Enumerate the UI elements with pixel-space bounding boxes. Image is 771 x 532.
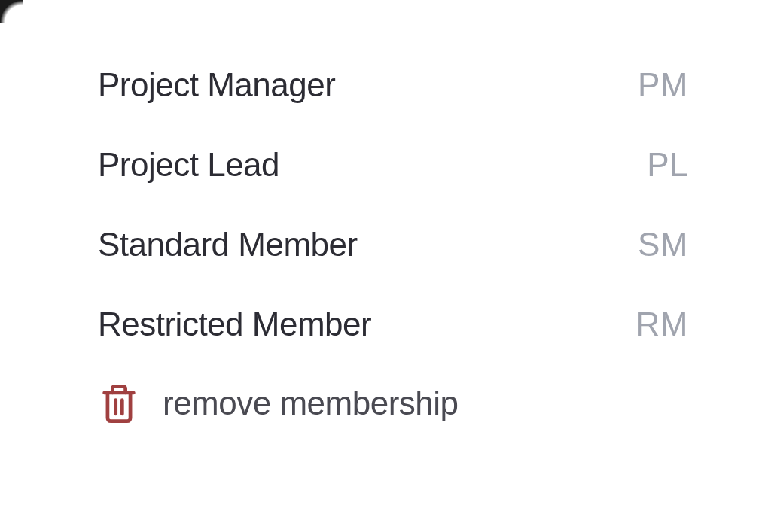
role-menu: Project Manager PM Project Lead PL Stand…	[0, 0, 771, 454]
window-corner-decoration	[0, 0, 23, 23]
role-item-standard-member[interactable]: Standard Member SM	[98, 205, 688, 284]
role-item-restricted-member[interactable]: Restricted Member RM	[98, 284, 688, 364]
role-label: Standard Member	[98, 226, 358, 263]
remove-membership-label: remove membership	[163, 385, 459, 422]
remove-membership-button[interactable]: remove membership	[98, 364, 688, 424]
role-label: Project Manager	[98, 66, 335, 104]
role-abbrev: RM	[636, 306, 688, 343]
role-label: Project Lead	[98, 146, 279, 184]
role-item-project-manager[interactable]: Project Manager PM	[98, 45, 688, 125]
trash-icon	[98, 382, 140, 424]
role-label: Restricted Member	[98, 306, 371, 343]
role-item-project-lead[interactable]: Project Lead PL	[98, 125, 688, 205]
role-abbrev: PM	[638, 66, 688, 104]
role-abbrev: SM	[638, 226, 688, 263]
role-abbrev: PL	[647, 146, 688, 184]
